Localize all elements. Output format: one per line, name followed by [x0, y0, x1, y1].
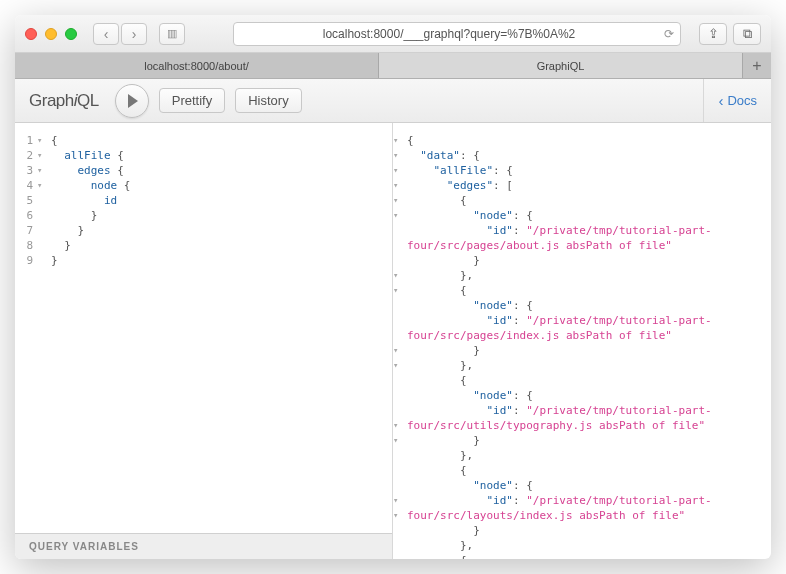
query-code[interactable]: { allFile { edges { node { id } } }} [47, 123, 392, 533]
result-fold-gutter: ▾▾▾▾▾▾▾▾▾▾▾▾▾▾ [393, 123, 403, 559]
browser-titlebar: ‹ › ▥ localhost:8000/___graphql?query=%7… [15, 15, 771, 53]
new-tab-button[interactable]: + [743, 53, 771, 78]
graphiql-logo: GraphiQL [29, 91, 99, 111]
close-window-button[interactable] [25, 28, 37, 40]
tabs-button[interactable]: ⧉ [733, 23, 761, 45]
share-button[interactable]: ⇪ [699, 23, 727, 45]
play-icon [128, 94, 138, 108]
editor-area: 123456789 ▾▾▾▾ { allFile { edges { node … [15, 123, 771, 559]
browser-tab-bar: localhost:8000/about/ GraphiQL + [15, 53, 771, 79]
back-button[interactable]: ‹ [93, 23, 119, 45]
tab-label: localhost:8000/about/ [144, 60, 249, 72]
result-pane: ▾▾▾▾▾▾▾▾▾▾▾▾▾▾ { "data": { "allFile": { … [393, 123, 771, 559]
fold-gutter: ▾▾▾▾ [37, 123, 47, 533]
line-number-gutter: 123456789 [15, 123, 37, 533]
tabs-icon: ⧉ [743, 26, 752, 42]
reload-icon[interactable]: ⟳ [664, 27, 674, 41]
chevron-left-icon: ‹ [718, 92, 723, 109]
nav-button-group: ‹ › [93, 23, 147, 45]
share-icon: ⇪ [708, 26, 719, 41]
result-code: { "data": { "allFile": { "edges": [ { "n… [403, 123, 771, 559]
history-button[interactable]: History [235, 88, 301, 113]
browser-window: ‹ › ▥ localhost:8000/___graphql?query=%7… [15, 15, 771, 559]
window-controls [25, 28, 77, 40]
url-text: localhost:8000/___graphql?query=%7B%0A%2 [323, 27, 576, 41]
query-editor[interactable]: 123456789 ▾▾▾▾ { allFile { edges { node … [15, 123, 392, 533]
graphiql-toolbar: GraphiQL Prettify History ‹ Docs [15, 79, 771, 123]
sidebar-toggle-button[interactable]: ▥ [159, 23, 185, 45]
query-pane: 123456789 ▾▾▾▾ { allFile { edges { node … [15, 123, 393, 559]
docs-toggle[interactable]: ‹ Docs [703, 79, 757, 122]
minimize-window-button[interactable] [45, 28, 57, 40]
prettify-button[interactable]: Prettify [159, 88, 225, 113]
titlebar-right-buttons: ⇪ ⧉ [699, 23, 761, 45]
forward-button[interactable]: › [121, 23, 147, 45]
tab-label: GraphiQL [537, 60, 585, 72]
browser-tab-graphiql[interactable]: GraphiQL [379, 53, 743, 78]
query-variables-bar[interactable]: Query Variables [15, 533, 392, 559]
sidebar-icon: ▥ [167, 27, 177, 40]
docs-label: Docs [727, 93, 757, 108]
execute-query-button[interactable] [115, 84, 149, 118]
maximize-window-button[interactable] [65, 28, 77, 40]
result-viewer: ▾▾▾▾▾▾▾▾▾▾▾▾▾▾ { "data": { "allFile": { … [393, 123, 771, 559]
url-bar[interactable]: localhost:8000/___graphql?query=%7B%0A%2… [233, 22, 681, 46]
browser-tab-about[interactable]: localhost:8000/about/ [15, 53, 379, 78]
